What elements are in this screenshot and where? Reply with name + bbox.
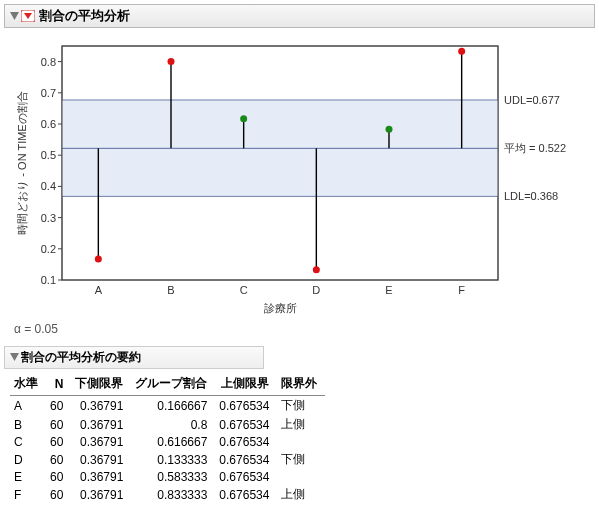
red-triangle-menu-icon[interactable] [21,10,35,22]
table-cell: A [10,396,46,416]
disclosure-icon[interactable] [9,353,19,363]
anom-chart: 0.10.20.30.40.50.60.70.8ABCDEFUDL=0.677平… [12,36,587,316]
table-cell: 0.36791 [71,469,131,485]
mean-label: 平均 = 0.522 [504,142,566,154]
table-row: D600.367910.1333330.676534下側 [10,450,325,469]
table-cell: C [10,434,46,450]
table-cell: 60 [46,485,71,504]
table-cell: 0.166667 [131,396,215,416]
data-point [168,58,175,65]
table-row: C600.367910.6166670.676534 [10,434,325,450]
x-tick-label: C [240,284,248,296]
data-point [95,256,102,263]
column-header: 上側限界 [215,373,277,396]
table-cell: 0.36791 [71,415,131,434]
table-row: A600.367910.1666670.676534下側 [10,396,325,416]
x-tick-label: B [167,284,174,296]
table-cell: 0.36791 [71,434,131,450]
svg-marker-12 [10,353,19,361]
table-cell: 0.676534 [215,485,277,504]
svg-marker-0 [10,12,19,20]
table-cell: 0.833333 [131,485,215,504]
table-cell: 0.676534 [215,450,277,469]
summary-panel-header: 割合の平均分析の要約 [4,346,264,369]
table-cell: 下側 [277,396,325,416]
ldl-label: LDL=0.368 [504,190,558,202]
table-cell: D [10,450,46,469]
summary-title: 割合の平均分析の要約 [21,349,141,366]
x-tick-label: F [458,284,465,296]
column-header: 限界外 [277,373,325,396]
table-cell: 0.583333 [131,469,215,485]
panel-title: 割合の平均分析 [39,7,130,25]
table-cell: 下側 [277,450,325,469]
table-cell: B [10,415,46,434]
y-tick-label: 0.4 [41,180,56,192]
column-header: グループ割合 [131,373,215,396]
table-cell: 60 [46,469,71,485]
y-tick-label: 0.7 [41,87,56,99]
table-cell: 0.676534 [215,415,277,434]
table-row: B600.367910.80.676534上側 [10,415,325,434]
data-point [313,266,320,273]
data-point [386,126,393,133]
main-panel-header: 割合の平均分析 [4,4,595,28]
x-tick-label: D [312,284,320,296]
table-cell: F [10,485,46,504]
x-axis-label: 診療所 [264,302,297,314]
table-cell: 0.676534 [215,396,277,416]
table-cell: 上側 [277,485,325,504]
x-tick-label: E [385,284,392,296]
column-header: 下側限界 [71,373,131,396]
table-cell [277,469,325,485]
y-tick-label: 0.5 [41,149,56,161]
table-cell: 0.616667 [131,434,215,450]
table-cell: 0.8 [131,415,215,434]
table-cell: 60 [46,450,71,469]
column-header: 水準 [10,373,46,396]
y-tick-label: 0.6 [41,118,56,130]
table-cell: 0.133333 [131,450,215,469]
table-cell: 上側 [277,415,325,434]
table-cell: 60 [46,396,71,416]
table-cell: 0.36791 [71,396,131,416]
y-tick-label: 0.3 [41,212,56,224]
table-cell: 60 [46,415,71,434]
y-axis-label: 時間どおり - ON TIMEの割合 [16,91,28,234]
table-cell: 0.36791 [71,450,131,469]
x-tick-label: A [95,284,103,296]
data-point [458,48,465,55]
y-tick-label: 0.1 [41,274,56,286]
table-cell [277,434,325,450]
disclosure-icon[interactable] [9,11,19,21]
data-point [240,115,247,122]
table-cell: 0.676534 [215,434,277,450]
table-cell: 60 [46,434,71,450]
alpha-label: α = 0.05 [14,322,595,336]
y-tick-label: 0.2 [41,243,56,255]
table-cell: E [10,469,46,485]
table-row: E600.367910.5833330.676534 [10,469,325,485]
summary-table: 水準N下側限界グループ割合上側限界限界外 A600.367910.1666670… [10,373,325,504]
y-tick-label: 0.8 [41,56,56,68]
udl-label: UDL=0.677 [504,94,560,106]
column-header: N [46,373,71,396]
table-row: F600.367910.8333330.676534上側 [10,485,325,504]
table-cell: 0.36791 [71,485,131,504]
table-cell: 0.676534 [215,469,277,485]
